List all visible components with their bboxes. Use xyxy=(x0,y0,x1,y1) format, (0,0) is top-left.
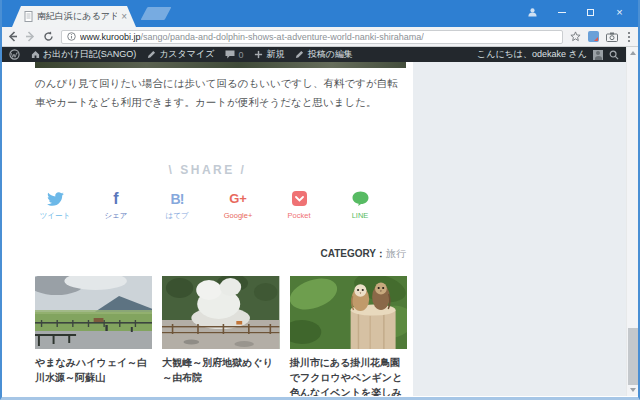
share-heading: \ SHARE / xyxy=(2,163,413,177)
url-text: www.kuroobi.jp/sango/panda-and-dolphin-s… xyxy=(80,32,424,42)
article-area: のんびり見て回りたい場合には歩いて回るのもいいですし、有料ですが自転車やカートな… xyxy=(2,62,626,396)
page-viewport: お出かけ日記(SANGO) カスタマイズ 0 新規 投稿の編集 こんにちは、od… xyxy=(2,47,638,396)
tab-close-icon[interactable]: × xyxy=(121,12,130,22)
share-twitter-label: ツイート xyxy=(40,211,71,221)
share-pocket-label: Pocket xyxy=(288,211,311,220)
related-post-title: 大観峰～別府地獄めぐり～由布院 xyxy=(162,355,279,385)
new-tab-button[interactable] xyxy=(141,7,172,20)
page-background xyxy=(413,62,626,396)
camera-extension-icon[interactable] xyxy=(606,32,618,42)
page-favicon-icon xyxy=(24,11,33,22)
titlebar: 南紀白浜にあるアドベンチャ × × xyxy=(2,0,638,27)
user-avatar[interactable] xyxy=(593,50,603,60)
plus-icon xyxy=(254,50,263,59)
hatena-b-icon: B! xyxy=(171,190,184,208)
scrollbar-thumb[interactable] xyxy=(628,328,638,385)
wp-site-name: お出かけ日記(SANGO) xyxy=(43,48,136,61)
wp-new-label: 新規 xyxy=(266,48,284,61)
home-icon xyxy=(31,50,40,59)
wp-site-menu[interactable]: お出かけ日記(SANGO) xyxy=(31,48,136,61)
grassland-highway-photo xyxy=(35,276,152,349)
edit-pencil-icon xyxy=(295,50,304,59)
browser-toolbar: www.kuroobi.jp/sango/panda-and-dolphin-s… xyxy=(2,27,638,47)
wp-customize-menu[interactable]: カスタマイズ xyxy=(147,48,214,61)
share-line-label: LINE xyxy=(352,211,369,220)
share-buttons-row: ツイート f シェア B! はてブ G+ Google+ xyxy=(2,190,413,221)
wp-new-menu[interactable]: 新規 xyxy=(254,48,284,61)
share-googleplus-label: Google+ xyxy=(224,211,253,220)
share-facebook-label: シェア xyxy=(104,211,127,221)
related-post-title: やまなみハイウェイ～白川水源～阿蘇山 xyxy=(35,355,152,385)
category-link[interactable]: 旅行 xyxy=(386,248,406,259)
hot-spring-steam-photo xyxy=(162,276,279,349)
forward-icon[interactable] xyxy=(25,31,36,42)
googleplus-icon: G+ xyxy=(229,190,247,208)
back-icon[interactable] xyxy=(7,31,18,42)
close-window-button[interactable]: × xyxy=(605,0,634,24)
share-hatena-label: はてブ xyxy=(165,211,188,221)
facebook-f-icon: f xyxy=(113,190,118,208)
url-path: /sango/panda-and-dolphin-shows-at-advent… xyxy=(141,32,424,42)
pencil-icon xyxy=(147,50,156,59)
comment-bubble-icon xyxy=(225,50,235,59)
close-window-icon: × xyxy=(616,7,622,18)
reload-icon[interactable] xyxy=(43,31,54,42)
window-controls: × xyxy=(518,0,634,24)
browser-tab[interactable]: 南紀白浜にあるアドベンチャ × xyxy=(12,6,136,27)
scrollbar-up-arrow-icon[interactable] xyxy=(630,51,636,55)
share-googleplus-button[interactable]: G+ Google+ xyxy=(220,190,257,221)
bookmark-star-icon[interactable] xyxy=(570,31,581,42)
article-photo-bottom-edge xyxy=(35,62,406,68)
related-post-card[interactable]: 大観峰～別府地獄めぐり～由布院 xyxy=(162,276,279,396)
related-post-card[interactable]: やまなみハイウェイ～白川水源～阿蘇山 xyxy=(35,276,152,396)
share-pocket-button[interactable]: Pocket xyxy=(281,190,318,221)
wp-greeting[interactable]: こんにちは、odekake さん xyxy=(477,48,587,61)
share-facebook-button[interactable]: f シェア xyxy=(98,190,135,221)
share-line-button[interactable]: LINE xyxy=(342,190,379,221)
owls-on-stump-photo xyxy=(290,276,407,349)
minimize-button[interactable] xyxy=(547,0,576,24)
line-bubble-icon xyxy=(352,190,369,208)
wp-customize-label: カスタマイズ xyxy=(159,48,214,61)
scrollbar-down-arrow-icon[interactable] xyxy=(630,388,636,392)
related-posts: やまなみハイウェイ～白川水源～阿蘇山 xyxy=(35,276,407,396)
category-label: CATEGORY： xyxy=(320,248,386,259)
wp-comment-count: 0 xyxy=(238,50,243,60)
related-post-title: 掛川市にある掛川花鳥園でフクロウやペンギンと色んなイベントを楽しみました xyxy=(290,355,407,396)
tab-title: 南紀白浜にあるアドベンチャ xyxy=(37,10,117,23)
extension-icon[interactable] xyxy=(588,31,599,42)
page-scrollbar[interactable] xyxy=(626,47,638,396)
twitter-bird-icon xyxy=(47,190,64,208)
maximize-button[interactable] xyxy=(576,0,605,24)
share-twitter-button[interactable]: ツイート xyxy=(37,190,74,221)
url-host: www.kuroobi.jp xyxy=(80,32,141,42)
search-icon[interactable] xyxy=(609,50,619,60)
profile-icon[interactable] xyxy=(518,0,547,24)
browser-menu-icon[interactable] xyxy=(625,32,633,42)
share-hatena-button[interactable]: B! はてブ xyxy=(159,190,196,221)
wp-logo-icon[interactable] xyxy=(9,49,20,60)
wp-edit-label: 投稿の編集 xyxy=(307,48,352,61)
article-paragraph: のんびり見て回りたい場合には歩いて回るのもいいですし、有料ですが自転車やカートな… xyxy=(35,74,406,113)
category-line: CATEGORY：旅行 xyxy=(2,247,406,261)
wp-admin-bar: お出かけ日記(SANGO) カスタマイズ 0 新規 投稿の編集 こんにちは、od… xyxy=(2,47,626,62)
related-post-card[interactable]: 掛川市にある掛川花鳥園でフクロウやペンギンと色んなイベントを楽しみました xyxy=(290,276,407,396)
pocket-chevron-icon xyxy=(292,190,307,208)
wp-comments-menu[interactable]: 0 xyxy=(225,50,243,60)
browser-window: 南紀白浜にあるアドベンチャ × × xyxy=(0,0,640,400)
page-info-icon[interactable] xyxy=(67,32,76,41)
wp-edit-post-menu[interactable]: 投稿の編集 xyxy=(295,48,352,61)
address-bar[interactable]: www.kuroobi.jp/sango/panda-and-dolphin-s… xyxy=(61,30,563,44)
